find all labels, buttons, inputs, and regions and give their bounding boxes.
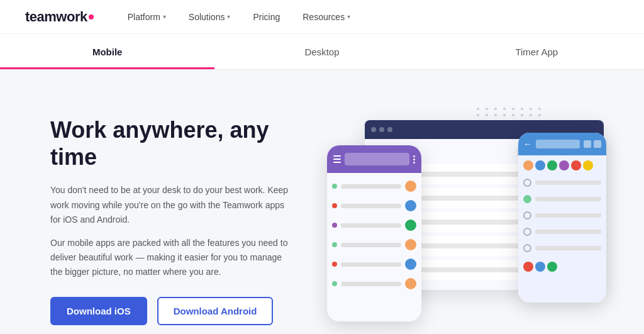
tab-mobile[interactable]: Mobile: [0, 34, 214, 69]
checkbox: [523, 179, 531, 187]
status-dot: [332, 223, 337, 228]
avatar: [547, 262, 557, 272]
list-item: [523, 192, 601, 206]
hero-paragraph-2: Our mobile apps are packed with all the …: [50, 236, 289, 279]
status-dot: [332, 262, 337, 267]
list-item: [332, 178, 416, 194]
more-icon: [413, 155, 415, 164]
logo[interactable]: teamwork: [25, 9, 94, 25]
avatar: [523, 160, 533, 170]
nav-icon: [594, 140, 601, 148]
hero-heading: Work anywhere, any time: [50, 116, 289, 170]
mobile-title-bar: [536, 140, 580, 148]
row-text: [535, 246, 601, 250]
row-text: [341, 223, 401, 228]
list-item: [523, 176, 601, 189]
nav-menu: Platform ▾ Solutions ▾ Pricing Resources…: [119, 8, 359, 26]
avatar: [547, 160, 557, 170]
tab-timer-app[interactable]: Timer App: [430, 34, 644, 69]
window-dot: [371, 127, 376, 132]
list-item: [332, 217, 416, 233]
avatar: [405, 220, 416, 231]
nav-item-pricing[interactable]: Pricing: [244, 8, 289, 26]
row-text: [341, 204, 401, 208]
avatar: [535, 262, 545, 272]
status-dot: [332, 242, 337, 247]
row-text: [535, 213, 601, 218]
hero-text: Work anywhere, any time You don't need t…: [50, 116, 289, 325]
tabs-section: Mobile Desktop Timer App: [0, 34, 644, 70]
list-item: [332, 198, 416, 214]
chevron-down-icon: ▾: [227, 13, 230, 20]
tab-desktop[interactable]: Desktop: [214, 34, 429, 69]
avatar: [583, 160, 593, 170]
hero-illustration: ←: [327, 108, 606, 334]
status-dot: [332, 281, 337, 286]
chevron-down-icon: ▾: [163, 13, 166, 20]
download-android-button[interactable]: Download Android: [157, 297, 274, 325]
row-text: [341, 262, 401, 267]
checkbox: [523, 195, 531, 203]
main-nav: teamwork Platform ▾ Solutions ▾ Pricing …: [0, 0, 644, 34]
mockup-container: ←: [327, 108, 606, 334]
mobile-header: [327, 145, 421, 173]
nav-icon: [584, 140, 591, 148]
mobile-right-body: [518, 155, 606, 303]
mobile-header-blue: ←: [518, 133, 606, 155]
status-dot: [332, 184, 337, 189]
row-text: [535, 197, 601, 201]
avatar-group: [523, 160, 601, 170]
hamburger-icon: [333, 155, 341, 163]
row-text: [341, 243, 401, 247]
tab-bar: Mobile Desktop Timer App: [0, 34, 644, 69]
list-item: [523, 209, 601, 222]
row-text: [341, 184, 401, 189]
avatar: [405, 259, 416, 270]
mobile-body: [327, 173, 421, 321]
avatar: [523, 262, 533, 272]
list-item: [523, 242, 601, 255]
status-dot: [332, 203, 337, 208]
nav-item-platform[interactable]: Platform ▾: [119, 8, 175, 26]
checkbox: [523, 228, 531, 236]
avatar: [405, 278, 416, 289]
mobile-mockup-left: [327, 145, 421, 321]
row-text: [535, 230, 601, 234]
list-item: [332, 237, 416, 253]
checkbox: [523, 244, 531, 252]
window-dot: [387, 127, 392, 132]
cta-buttons: Download iOS Download Android: [50, 297, 289, 325]
hero-section: Work anywhere, any time You don't need t…: [0, 70, 644, 334]
row-text: [535, 181, 601, 185]
avatar: [405, 239, 416, 250]
chevron-down-icon: ▾: [347, 13, 350, 20]
window-dot: [379, 127, 384, 132]
checkbox: [523, 211, 531, 220]
hero-paragraph-1: You don't need to be at your desk to do …: [50, 183, 289, 226]
row-text: [341, 282, 401, 286]
avatar: [559, 160, 569, 170]
download-ios-button[interactable]: Download iOS: [50, 297, 147, 325]
logo-dot: [89, 14, 94, 19]
mobile-search-bar: [345, 153, 409, 165]
list-item: [332, 256, 416, 272]
logo-text: teamwork: [25, 9, 87, 25]
avatar: [405, 200, 416, 211]
mobile-mockup-right: ←: [518, 133, 606, 303]
nav-item-resources[interactable]: Resources ▾: [294, 8, 359, 26]
avatar: [535, 160, 545, 170]
list-item: [332, 276, 416, 292]
back-arrow-icon: ←: [523, 139, 532, 149]
avatar: [405, 181, 416, 192]
avatar: [571, 160, 581, 170]
nav-item-solutions[interactable]: Solutions ▾: [180, 8, 240, 26]
list-item: [523, 225, 601, 238]
avatar-group-2: [523, 262, 601, 272]
icon-group: [584, 140, 601, 148]
